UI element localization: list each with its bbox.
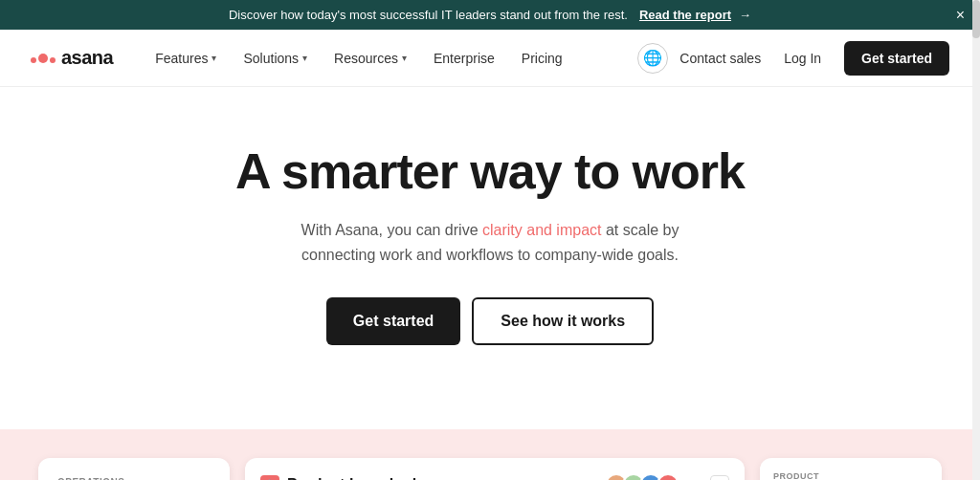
showcase-right: PRODUCT Automatically send messages + (760, 458, 942, 480)
nav-pricing[interactable]: Pricing (510, 43, 574, 74)
project-timeline-card: 📋 Product launch plan 71 + + Overview Li… (245, 458, 745, 480)
logo-icon (31, 54, 56, 63)
logo-dot-center (38, 54, 48, 63)
login-button[interactable]: Log In (772, 43, 833, 74)
logo-text: asana (61, 47, 113, 69)
scrollbar-thumb[interactable] (972, 0, 980, 38)
auto-message-card: PRODUCT Automatically send messages + (760, 458, 942, 480)
product-showcase: OPERATIONS These goals are on track ○ Mo… (0, 429, 980, 480)
mini-avatar-4 (657, 473, 679, 480)
nav-resources[interactable]: Resources ▾ (323, 43, 418, 74)
nav-get-started-button[interactable]: Get started (844, 41, 949, 76)
project-title-row: 📋 Product launch plan (260, 475, 434, 480)
logo-dot-left (31, 57, 36, 63)
project-avatars: 71 + (605, 473, 704, 480)
project-title: Product launch plan (287, 476, 434, 480)
banner-link[interactable]: Read the report (639, 8, 731, 22)
chevron-down-icon: ▾ (302, 53, 307, 63)
hero-subtitle: With Asana, you can drive clarity and im… (270, 218, 710, 267)
see-how-it-works-button[interactable]: See how it works (472, 297, 654, 345)
logo-dot-right (50, 57, 56, 63)
chevron-down-icon: ▾ (402, 53, 407, 63)
nav-actions: 🌐 Contact sales Log In Get started (637, 41, 949, 76)
navigation: asana Features ▾ Solutions ▾ Resources ▾… (0, 30, 980, 87)
nav-links: Features ▾ Solutions ▾ Resources ▾ Enter… (144, 43, 637, 74)
project-right: 71 + + (605, 473, 729, 480)
project-icon: 📋 (260, 475, 279, 480)
nav-enterprise[interactable]: Enterprise (422, 43, 506, 74)
contact-sales-link[interactable]: Contact sales (679, 51, 761, 66)
chevron-down-icon: ▾ (212, 53, 216, 63)
nav-solutions[interactable]: Solutions ▾ (232, 43, 319, 74)
globe-icon[interactable]: 🌐 (637, 43, 668, 74)
nav-features[interactable]: Features ▾ (144, 43, 228, 74)
hero-title: A smarter way to work (38, 144, 942, 199)
get-started-button[interactable]: Get started (326, 297, 460, 345)
hero-section: A smarter way to work With Asana, you ca… (0, 87, 980, 429)
scrollbar[interactable] (972, 0, 980, 480)
banner-arrow: → (739, 8, 751, 22)
banner-text: Discover how today's most successful IT … (229, 8, 628, 22)
auto-message-label: PRODUCT (773, 471, 928, 480)
banner-close-button[interactable]: × (956, 7, 965, 24)
project-header: 📋 Product launch plan 71 + + (260, 473, 729, 480)
hero-subtitle-highlight: clarity and impact (482, 222, 602, 238)
top-banner: Discover how today's most successful IT … (0, 0, 980, 30)
logo[interactable]: asana (31, 47, 113, 69)
hero-buttons: Get started See how it works (38, 297, 942, 345)
goals-card: OPERATIONS These goals are on track ○ Mo… (38, 458, 230, 480)
add-member-button[interactable]: + (710, 475, 729, 480)
